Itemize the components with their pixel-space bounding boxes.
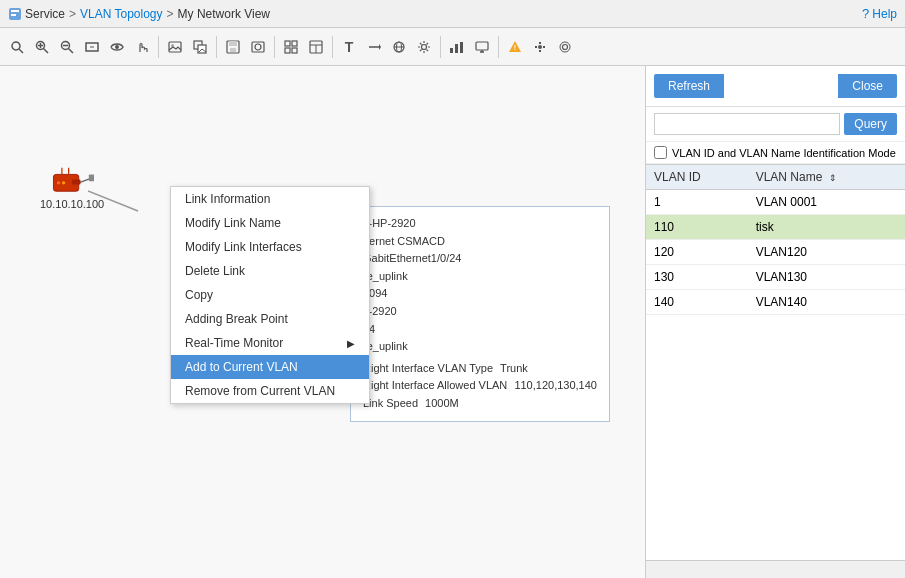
menu-add-to-current-vlan[interactable]: Add to Current VLAN — [171, 355, 369, 379]
svg-rect-24 — [285, 41, 290, 46]
toolbar: T ! — [0, 28, 905, 66]
svg-line-6 — [44, 48, 49, 53]
zoom-in-tool[interactable] — [31, 36, 53, 58]
zoom-fit-tool[interactable] — [81, 36, 103, 58]
table-row[interactable]: 1VLAN 0001 — [646, 190, 905, 215]
table-row[interactable]: 120VLAN120 — [646, 240, 905, 265]
info-line-6: J-2920 — [363, 303, 597, 321]
submenu-arrow-icon: ▶ — [347, 338, 355, 349]
svg-marker-32 — [379, 44, 381, 50]
pointer-tool[interactable] — [6, 36, 28, 58]
menu-remove-from-current-vlan[interactable]: Remove from Current VLAN — [171, 379, 369, 403]
vlan-id-cell: 130 — [646, 265, 748, 290]
help-button[interactable]: ? Help — [862, 6, 897, 21]
right-panel-header: Refresh Close — [646, 66, 905, 107]
svg-text:!: ! — [514, 44, 516, 51]
col-vlan-id[interactable]: VLAN ID — [646, 165, 748, 190]
svg-rect-40 — [476, 42, 488, 50]
service-label[interactable]: Service — [25, 7, 65, 21]
info-line-5: 4094 — [363, 285, 597, 303]
breadcrumb-sep2: > — [167, 7, 174, 21]
info-vlan-type-label: Right Interface VLAN Type — [363, 362, 493, 374]
image-tool[interactable] — [164, 36, 186, 58]
menu-copy[interactable]: Copy — [171, 283, 369, 307]
vlan-name-cell: VLAN120 — [748, 240, 905, 265]
vlan-id-mode-label: VLAN ID and VLAN Name Identification Mod… — [672, 147, 896, 159]
info-allowed-vlan-val: 110,120,130,140 — [514, 379, 597, 391]
svg-point-56 — [67, 181, 70, 184]
main-area: 10.10.10.100 J-HP-2920 hernet CSMACD Gab… — [0, 66, 905, 578]
toolbar-sep-1 — [158, 36, 159, 58]
monitor-tool[interactable] — [471, 36, 493, 58]
menu-real-time-monitor[interactable]: Real-Time Monitor ▶ — [171, 331, 369, 355]
vlan-id-cell: 120 — [646, 240, 748, 265]
svg-point-16 — [171, 44, 174, 47]
node-label: 10.10.10.100 — [40, 198, 104, 210]
info-vlan-type-val: Trunk — [500, 362, 528, 374]
gallery-tool[interactable] — [189, 36, 211, 58]
menu-link-info[interactable]: Link Information — [171, 187, 369, 211]
gear-tool[interactable] — [529, 36, 551, 58]
info-line-11: Link Speed 1000M — [363, 395, 597, 413]
info-line-7: 24 — [363, 321, 597, 339]
svg-rect-38 — [455, 44, 458, 53]
refresh-button[interactable]: Refresh — [654, 74, 724, 98]
vlan-table: VLAN ID VLAN Name ⇕ 1VLAN 0001110tisk120… — [646, 164, 905, 315]
info-line-2: hernet CSMACD — [363, 233, 597, 251]
svg-rect-1 — [11, 10, 19, 12]
menu-modify-link-name[interactable]: Modify Link Name — [171, 211, 369, 235]
network-tool[interactable] — [388, 36, 410, 58]
context-menu: Link Information Modify Link Name Modify… — [170, 186, 370, 404]
svg-rect-2 — [11, 14, 16, 16]
zoom-out-tool[interactable] — [56, 36, 78, 58]
chart-tool[interactable] — [446, 36, 468, 58]
settings-tool[interactable] — [413, 36, 435, 58]
arrow-tool[interactable] — [363, 36, 385, 58]
query-button[interactable]: Query — [844, 113, 897, 135]
info-line-10: Right Interface Allowed VLAN 110,120,130… — [363, 377, 597, 395]
close-button[interactable]: Close — [838, 74, 897, 98]
info-panel: J-HP-2920 hernet CSMACD GabitEthernet1/0… — [350, 206, 610, 422]
info-line-4: re_uplink — [363, 268, 597, 286]
svg-rect-37 — [450, 48, 453, 53]
menu-modify-link-interfaces[interactable]: Modify Link Interfaces — [171, 235, 369, 259]
photo-tool[interactable] — [247, 36, 269, 58]
current-page-label: My Network View — [178, 7, 270, 21]
svg-point-36 — [422, 44, 427, 49]
network-node[interactable]: 10.10.10.100 — [40, 166, 104, 210]
vlan-table-scroll[interactable]: VLAN ID VLAN Name ⇕ 1VLAN 0001110tisk120… — [646, 164, 905, 560]
menu-adding-break-point[interactable]: Adding Break Point — [171, 307, 369, 331]
svg-point-46 — [563, 44, 568, 49]
svg-rect-51 — [89, 174, 94, 181]
info-line-9: Right Interface VLAN Type Trunk — [363, 360, 597, 378]
vlan-topology-link[interactable]: VLAN Topology — [80, 7, 163, 21]
table-row[interactable]: 130VLAN130 — [646, 265, 905, 290]
toolbar-sep-4 — [332, 36, 333, 58]
search-input[interactable] — [654, 113, 840, 135]
svg-rect-27 — [292, 48, 297, 53]
table-row[interactable]: 140VLAN140 — [646, 290, 905, 315]
save-tool[interactable] — [222, 36, 244, 58]
svg-rect-21 — [230, 48, 236, 52]
canvas[interactable]: 10.10.10.100 J-HP-2920 hernet CSMACD Gab… — [0, 66, 645, 578]
svg-point-54 — [57, 181, 60, 184]
vlan-id-cell: 1 — [646, 190, 748, 215]
layout-tool[interactable] — [305, 36, 327, 58]
top-bar: Service > VLAN Topology > My Network Vie… — [0, 0, 905, 28]
service-icon — [8, 7, 22, 21]
hand-tool[interactable] — [131, 36, 153, 58]
table-row[interactable]: 110tisk — [646, 215, 905, 240]
menu-delete-link[interactable]: Delete Link — [171, 259, 369, 283]
config-tool[interactable] — [554, 36, 576, 58]
svg-rect-39 — [460, 42, 463, 53]
svg-point-47 — [560, 42, 570, 52]
eye-tool[interactable] — [106, 36, 128, 58]
svg-point-3 — [12, 42, 20, 50]
vlan-id-mode-checkbox[interactable] — [654, 146, 667, 159]
grid-tool[interactable] — [280, 36, 302, 58]
svg-line-4 — [19, 49, 23, 53]
info-line-8: re_uplink — [363, 338, 597, 356]
text-tool[interactable]: T — [338, 36, 360, 58]
col-vlan-name[interactable]: VLAN Name ⇕ — [748, 165, 905, 190]
warning-tool[interactable]: ! — [504, 36, 526, 58]
